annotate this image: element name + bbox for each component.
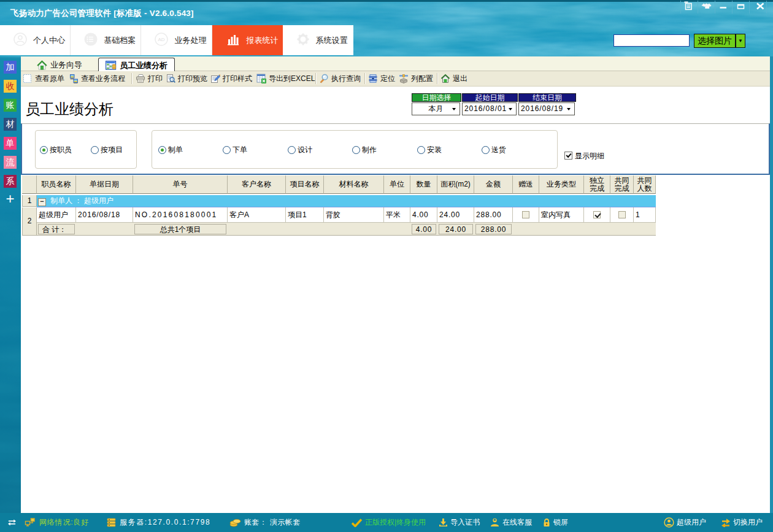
svg-text:AD: AD (158, 37, 165, 42)
